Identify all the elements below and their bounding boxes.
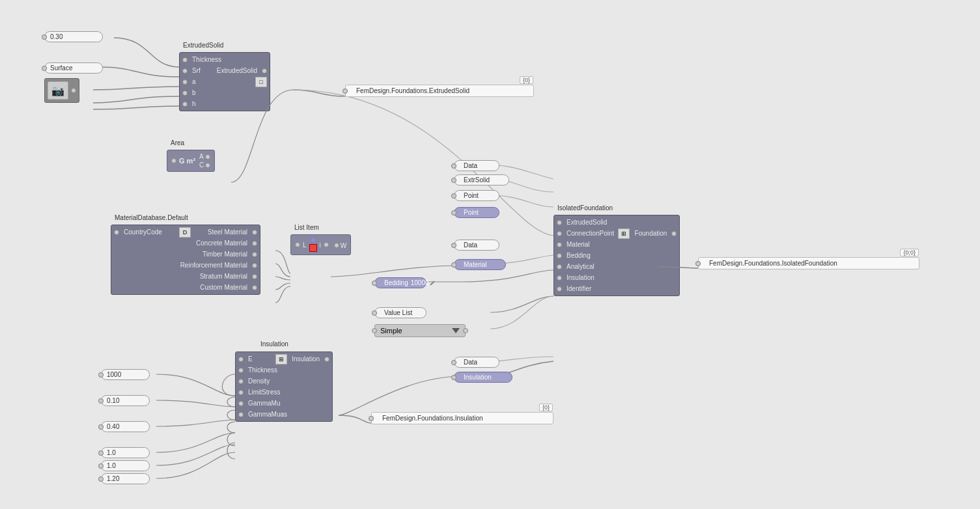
insulation-icon: ⊞ — [275, 354, 287, 365]
port-listitem-i-in — [311, 238, 316, 243]
port-limitstress-in — [238, 390, 244, 395]
port-analytical-in — [557, 264, 562, 269]
fem-extruded-badge: {0} — [520, 76, 533, 84]
val-010-node: 0.10 — [101, 395, 150, 406]
data-node-3: Data — [454, 357, 499, 368]
port-row-custom: Custom Material — [114, 282, 257, 293]
dropdown-arrow-icon — [452, 328, 460, 333]
port-isolated-extruded-in — [557, 220, 562, 225]
port-data1-out — [451, 163, 456, 169]
port-isolated-material-in — [557, 242, 562, 247]
data-node-1: Data — [454, 160, 499, 171]
port-e-label: E — [248, 355, 253, 363]
port-concrete-label: Concrete Material — [114, 240, 247, 247]
port-custom-out — [252, 285, 257, 290]
port-row-thickness: Thickness — [182, 54, 267, 65]
simple-dropdown[interactable]: Simple — [374, 324, 466, 337]
port-area-c-out — [205, 163, 210, 168]
port-fem-extruded-out — [343, 89, 348, 94]
port-h-label: h — [192, 100, 196, 107]
port-analytical-label: Analytical — [567, 263, 595, 270]
insulation-section-title: Insulation — [260, 340, 288, 348]
area-m2-label: G m² — [179, 157, 195, 165]
port-srf-label: Srf — [192, 67, 201, 74]
val-040-node: 0.40 — [101, 421, 150, 432]
port-row-timber: Timber Material — [114, 249, 257, 260]
port-connpoint-label: ConnectionPoint — [567, 230, 614, 237]
listitem-i-label: i — [320, 241, 321, 249]
material-input-node: Material — [454, 259, 506, 270]
port-timber-out — [252, 252, 257, 257]
port-row-gammamuas: GammaMuas — [238, 409, 329, 420]
val040-label: 0.40 — [107, 423, 119, 430]
port-a-label: a — [192, 78, 196, 85]
port-030-out — [42, 34, 47, 40]
surface-label: Surface — [50, 64, 72, 72]
port-data2-out — [451, 243, 456, 248]
port-area-g-in — [171, 158, 176, 163]
port-row-e: E ⊞ Insulation — [238, 353, 329, 365]
port-val1-0b-out — [98, 463, 104, 469]
port-isolated-extruded-label: ExtrudedSolid — [567, 219, 607, 226]
port-density-label: Density — [248, 378, 270, 385]
port-fem-isolated-out — [695, 261, 701, 266]
port-identifier-in — [557, 286, 562, 292]
insulation-input-label: Insulation — [460, 374, 492, 381]
point1-label: Point — [460, 192, 479, 199]
port-row-connpoint: ConnectionPoint ⊞ Foundation — [557, 228, 677, 239]
port-e-in — [238, 357, 244, 362]
data2-label: Data — [460, 241, 477, 249]
list-item-title: List Item — [290, 223, 323, 232]
port-countrycode-label: CountryCode — [124, 228, 162, 236]
port-isolated-insulation-in — [557, 275, 562, 281]
data-node-2: Data — [454, 240, 499, 251]
data3-label: Data — [460, 359, 477, 366]
port-row-identifier: Identifier — [557, 283, 677, 294]
fem-insulation-output: {0} FemDesign.Foundations.Insulation — [371, 412, 553, 424]
port-row-a: a □ — [182, 76, 267, 87]
port-row-material-in: Material — [557, 239, 677, 250]
matdb-icon: D — [179, 227, 191, 238]
port-surface-out — [42, 66, 47, 71]
port-valuelist-out — [372, 310, 377, 316]
listitem-plus-icon — [309, 244, 317, 252]
port-steel-out — [252, 230, 257, 235]
port-identifier-label: Identifier — [567, 285, 591, 292]
port-timber-label: Timber Material — [114, 251, 247, 258]
fem-extruded-label: FemDesign.Foundations.ExtrudedSolid — [351, 87, 469, 94]
port-bedding-out — [372, 281, 377, 286]
port-simple-in — [372, 328, 377, 333]
port-thickness2-label: Thickness — [248, 366, 277, 374]
port-a-in — [182, 79, 188, 85]
area-title: Area — [167, 138, 188, 148]
port-area-a-out — [205, 154, 210, 159]
port-foundation-out — [671, 231, 677, 236]
port-stratum-label: Stratum Material — [114, 273, 247, 280]
port-row-analytical: Analytical — [557, 261, 677, 272]
val1000-label: 1000 — [107, 371, 121, 378]
value-list-node: Value List — [374, 307, 427, 318]
insulation-input-node: Insulation — [454, 372, 512, 383]
port-thickness-in — [182, 57, 188, 62]
extruded-solid-title: ExtrudedSolid — [179, 40, 227, 50]
extr-solid-input: ExtrSolid — [454, 174, 509, 186]
extruded-solid-node: ExtrudedSolid Thickness Srf ExtrudedSoli… — [179, 52, 270, 111]
port-data3-out — [451, 360, 456, 365]
port-thickness2-in — [238, 368, 244, 373]
port-extrsolid-out — [451, 178, 456, 183]
port-b-in — [182, 90, 188, 96]
surface-node: Surface — [44, 62, 103, 74]
port-isolated-material-label: Material — [567, 241, 590, 248]
port-row-insulation-in: Insulation — [557, 272, 677, 283]
port-row-density: Density — [238, 376, 329, 387]
port-extruded-out — [262, 68, 267, 74]
val1-0a-label: 1.0 — [107, 449, 116, 456]
camera-icon: 📷 — [48, 81, 68, 100]
val-1000-node: 1000 — [101, 369, 150, 380]
listitem-w-label: W — [341, 242, 346, 249]
data1-label: Data — [460, 162, 477, 169]
area-a-label: A — [199, 153, 204, 160]
isolated-icon: ⊞ — [618, 228, 630, 239]
value-list-label: Value List — [380, 309, 412, 316]
port-listitem-w-in — [334, 243, 339, 248]
